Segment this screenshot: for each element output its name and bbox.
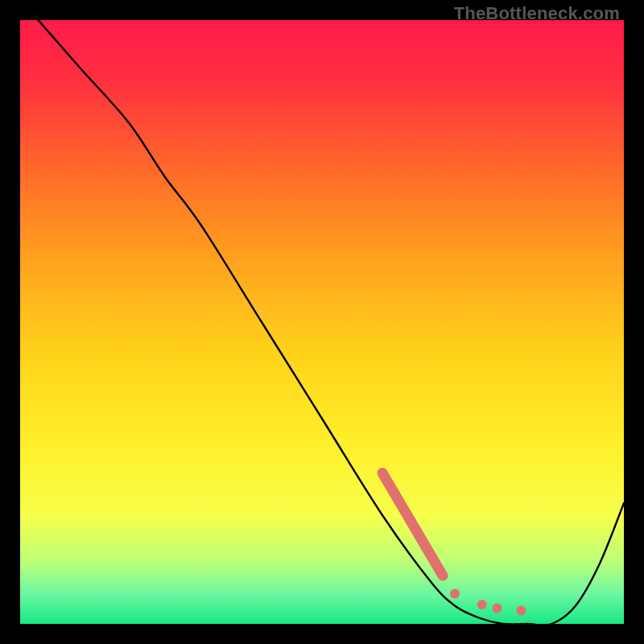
chart-frame (20, 20, 624, 624)
critical-point (477, 600, 487, 609)
watermark-text: TheBottleneck.com (454, 3, 620, 24)
critical-point (450, 589, 460, 599)
gradient-background (20, 20, 624, 624)
bottleneck-chart (20, 20, 624, 624)
critical-point (493, 604, 502, 613)
critical-point (517, 606, 526, 616)
